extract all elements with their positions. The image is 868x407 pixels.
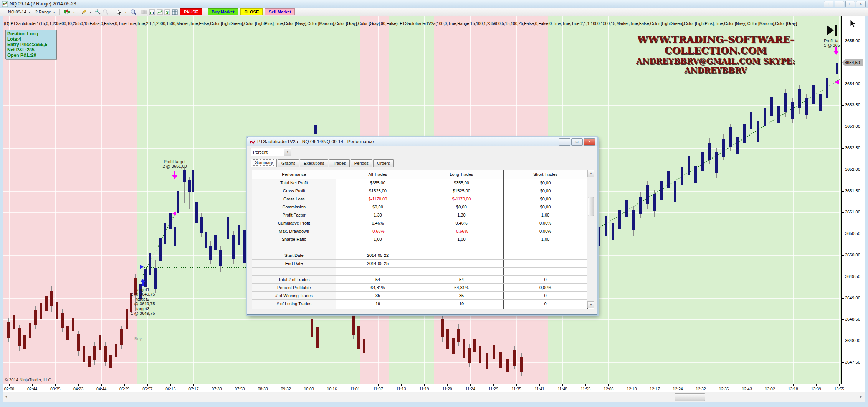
scroll-up-icon[interactable]: ▲: [587, 170, 594, 177]
window-titlebar[interactable]: NQ 09-14 (2 Range) 2014-05-23 L – □ ×: [0, 0, 868, 8]
candle: [93, 346, 96, 360]
table-row: Max. Drawdown-0,66%-0,66%0,00%: [252, 227, 587, 235]
scroll-down-icon[interactable]: ▼: [587, 301, 594, 308]
toolbar-grip[interactable]: [2, 9, 3, 15]
candle: [605, 216, 607, 236]
blue-arrow-marker: [140, 279, 145, 286]
candle: [149, 253, 151, 275]
candle: [169, 213, 172, 229]
candle: [446, 329, 449, 349]
candle: [159, 238, 162, 261]
tab-executions[interactable]: Executions: [300, 159, 328, 167]
cursor-tool-selector[interactable]: ▼: [113, 8, 129, 16]
price-axis[interactable]: 3655,003654,503654,003653,503653,003652,…: [841, 16, 865, 384]
close-button[interactable]: ×: [584, 138, 595, 146]
magnifier-icon[interactable]: [129, 8, 137, 15]
minimize-button[interactable]: –: [559, 138, 570, 146]
scrollbar-thumb[interactable]: [675, 393, 705, 401]
bar-chart-icon[interactable]: [148, 8, 156, 15]
instrument-selector[interactable]: NQ 09-14 ▼: [6, 9, 33, 15]
table-row: Gross Profit$1525,00$1525,00$0,00: [252, 187, 587, 195]
candle: [352, 315, 355, 335]
candle: [104, 346, 107, 362]
time-tick-label: 02:00: [1, 387, 18, 391]
display-unit-select[interactable]: Percent ▾: [251, 148, 291, 156]
chart-style-selector[interactable]: ▼: [61, 8, 78, 16]
magenta-arrow-marker: [172, 171, 177, 179]
tab-trades[interactable]: Trades: [329, 159, 350, 167]
column-header[interactable]: Long Trades: [420, 170, 503, 179]
candle: [736, 137, 739, 154]
candle: [520, 357, 523, 372]
time-axis[interactable]: 02:0002:4403:3504:2304:4405:2905:5706:16…: [3, 384, 865, 392]
price-tick: [842, 362, 844, 363]
price-tick: [842, 191, 844, 192]
chart-annotation-label: target31 @ 3649,75: [127, 306, 158, 316]
table-vertical-scrollbar[interactable]: ▲ ▼: [587, 170, 594, 308]
horizontal-scrollbar[interactable]: ◄ ►: [3, 392, 865, 402]
panel-grid-icon[interactable]: [141, 8, 148, 15]
candle: [311, 319, 313, 337]
chart-window-icon: [2, 1, 8, 7]
minimize-window-button[interactable]: –: [835, 1, 844, 7]
candle: [77, 334, 80, 351]
price-tick: [842, 105, 844, 106]
link-button[interactable]: L: [824, 1, 833, 7]
period-label: 2 Range: [35, 10, 51, 14]
performance-window-titlebar[interactable]: PTSautotrader1V2a - NQ 09-14/NQ 09-14 - …: [247, 137, 597, 146]
pause-button[interactable]: PAUSE: [180, 8, 202, 15]
tab-graphs[interactable]: Graphs: [278, 159, 299, 167]
candle: [493, 345, 495, 359]
time-tick: [816, 384, 817, 386]
candle: [205, 232, 207, 248]
dollar-icon[interactable]: $: [164, 8, 171, 15]
data-grid-icon[interactable]: [171, 8, 179, 15]
jump-to-last-bar-icon[interactable]: [827, 25, 837, 36]
price-tick: [842, 148, 844, 149]
line-chart-icon[interactable]: [156, 8, 164, 15]
period-selector[interactable]: 2 Range ▼: [33, 9, 58, 15]
close-window-button[interactable]: ×: [856, 1, 866, 7]
time-tick: [170, 384, 171, 386]
scroll-right-icon[interactable]: ►: [860, 395, 863, 399]
candle: [836, 63, 838, 74]
time-tick: [608, 384, 609, 386]
column-header[interactable]: Performance: [252, 170, 336, 179]
candle: [674, 181, 676, 202]
column-header[interactable]: Short Trades: [503, 170, 587, 179]
candle: [667, 171, 670, 188]
time-tick: [101, 384, 102, 386]
position-side: Position:Long: [7, 31, 55, 36]
tab-periods[interactable]: Periods: [351, 159, 372, 167]
candle: [486, 353, 488, 369]
table-row: Gross Loss$-1170,00$-1170,00$0,00: [252, 195, 587, 203]
price-tick-label: 3654,00: [845, 81, 860, 86]
zoom-out-icon[interactable]: [102, 8, 109, 15]
chart-annotation-label: target12 @ 3649,75: [127, 287, 158, 296]
time-tick-label: 04:44: [93, 387, 110, 391]
indicator-parameters-text: (D) PTSautotrader1(15,0,1,235900,10,25,5…: [4, 21, 839, 26]
toolbar-separator: [111, 9, 111, 15]
time-tick: [839, 384, 840, 386]
candle: [770, 97, 773, 116]
time-tick-label: 11:35: [508, 387, 525, 391]
restore-button[interactable]: □: [571, 138, 583, 146]
tab-summary[interactable]: Summary: [251, 159, 277, 167]
zoom-in-icon[interactable]: [94, 8, 102, 15]
drawing-tools-selector[interactable]: ▼: [78, 8, 94, 16]
time-tick: [424, 384, 425, 386]
sell-market-button[interactable]: Sell Market: [265, 8, 295, 15]
close-position-button[interactable]: CLOSE: [240, 8, 263, 15]
time-tick-label: 11:19: [416, 387, 433, 391]
time-tick-label: 05:57: [139, 387, 156, 391]
scroll-left-icon[interactable]: ◄: [4, 395, 8, 399]
price-tick-label: 3655,00: [845, 38, 860, 43]
candle: [653, 194, 656, 211]
column-header[interactable]: All Trades: [336, 170, 420, 179]
chevron-down-icon: ▼: [53, 11, 55, 13]
buy-market-button[interactable]: Buy Market: [208, 8, 238, 15]
time-tick: [378, 384, 379, 386]
tab-orders[interactable]: Orders: [373, 159, 394, 167]
scrollbar-thumb[interactable]: [588, 197, 594, 216]
restore-window-button[interactable]: □: [845, 1, 855, 7]
